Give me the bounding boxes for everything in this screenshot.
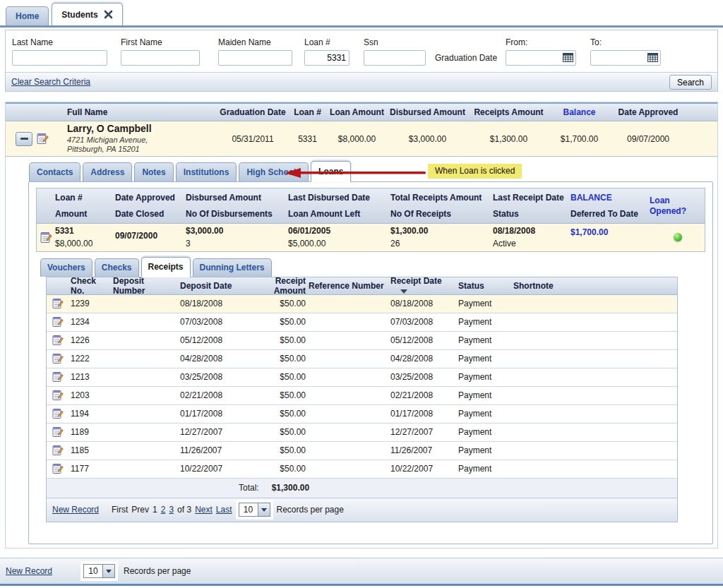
col-date-approved: Date Approved bbox=[609, 107, 687, 117]
col-balance[interactable]: Balance bbox=[549, 107, 609, 117]
col-receipt-date[interactable]: Receipt Date bbox=[389, 276, 457, 296]
loan-number-input[interactable] bbox=[304, 50, 349, 66]
edit-icon[interactable] bbox=[52, 371, 64, 383]
receipt-status: Payment bbox=[457, 390, 512, 400]
receipt-amount: $50.00 bbox=[244, 427, 307, 437]
loan-value: Active bbox=[493, 239, 570, 248]
page-last-link[interactable]: Last bbox=[216, 505, 232, 515]
edit-icon[interactable] bbox=[52, 353, 64, 364]
edit-icon[interactable] bbox=[52, 298, 64, 309]
last-name-label: Last Name bbox=[12, 37, 107, 47]
tab-notes[interactable]: Notes bbox=[134, 162, 173, 181]
tab-address[interactable]: Address bbox=[83, 162, 132, 181]
col-graduation-date: Graduation Date bbox=[217, 107, 288, 117]
ssn-input[interactable] bbox=[364, 50, 426, 66]
loan-row[interactable]: 5331 $8,000.00 09/07/2000 $3,000.00 3 06… bbox=[37, 224, 705, 251]
tab-receipts[interactable]: Receipts bbox=[141, 257, 191, 277]
close-icon[interactable] bbox=[104, 10, 113, 19]
receipts-total-row: Total: $1,300.00 bbox=[47, 479, 677, 498]
tab-institutions[interactable]: Institutions bbox=[176, 162, 237, 181]
edit-icon[interactable] bbox=[40, 232, 52, 244]
receipt-row[interactable]: 1185 11/26/2007 $50.00 11/26/2007 Paymen… bbox=[47, 442, 677, 460]
loan-col-header: Total Receipts Amount bbox=[390, 193, 493, 203]
edit-icon[interactable] bbox=[52, 316, 64, 328]
edit-icon[interactable] bbox=[52, 463, 64, 474]
tab-students[interactable]: Students bbox=[52, 3, 122, 25]
student-address-line1: 4721 Michigan Avenue, bbox=[67, 136, 217, 145]
graduation-from-label: From: bbox=[506, 37, 576, 47]
new-record-link[interactable]: New Record bbox=[52, 505, 99, 515]
search-button[interactable]: Search bbox=[669, 75, 712, 90]
col-receipt-amount[interactable]: Receipt Amount bbox=[244, 276, 307, 296]
col-status[interactable]: Status bbox=[457, 281, 512, 291]
loan-sub-tabs: Vouchers Checks Receipts Dunning Letters bbox=[40, 257, 712, 277]
student-balance: $1,700.00 bbox=[549, 134, 609, 144]
col-reference-number[interactable]: Reference Number bbox=[307, 281, 389, 291]
loans-panel: Loan # Amount Date Approved Date Closed … bbox=[28, 181, 713, 544]
edit-icon[interactable] bbox=[52, 335, 64, 346]
page-size-select[interactable]: 10 bbox=[239, 503, 270, 517]
receipt-amount: $50.00 bbox=[244, 317, 307, 327]
receipt-amount: $50.00 bbox=[244, 464, 307, 474]
receipt-date: 01/17/2008 bbox=[389, 409, 457, 419]
new-record-link[interactable]: New Record bbox=[6, 566, 52, 576]
tab-home[interactable]: Home bbox=[6, 6, 49, 25]
page-2-link[interactable]: 2 bbox=[161, 505, 166, 515]
edit-icon[interactable] bbox=[52, 445, 64, 456]
edit-icon[interactable] bbox=[52, 390, 64, 401]
page-3-link[interactable]: 3 bbox=[169, 505, 174, 515]
receipts-table-header: Check No. Deposit Number Deposit Date Re… bbox=[47, 277, 677, 295]
receipt-row[interactable]: 1234 07/03/2008 $50.00 07/03/2008 Paymen… bbox=[47, 313, 677, 332]
loan-col-header: Last Receipt Date bbox=[493, 193, 570, 203]
receipt-row[interactable]: 1177 10/22/2007 $50.00 10/22/2007 Paymen… bbox=[47, 460, 677, 479]
calendar-icon[interactable] bbox=[647, 53, 658, 62]
first-name-input[interactable] bbox=[121, 50, 200, 66]
last-name-input[interactable] bbox=[12, 50, 107, 66]
loan-col-header: Date Closed bbox=[115, 209, 186, 219]
receipt-amount: $50.00 bbox=[244, 372, 307, 382]
loan-value: $8,000.00 bbox=[55, 239, 115, 248]
tab-vouchers[interactable]: Vouchers bbox=[40, 258, 92, 277]
tab-dunning-letters[interactable]: Dunning Letters bbox=[193, 258, 272, 277]
page-size-select[interactable]: 10 bbox=[83, 564, 115, 578]
loan-value: 3 bbox=[186, 239, 288, 248]
col-shortnote[interactable]: Shortnote bbox=[512, 281, 677, 291]
loan-value: $1,300.00 bbox=[390, 226, 493, 236]
student-graduation-date: 05/31/2011 bbox=[217, 134, 288, 144]
receipt-amount: $50.00 bbox=[244, 335, 307, 345]
tab-checks[interactable]: Checks bbox=[95, 258, 139, 277]
clear-search-criteria-link[interactable]: Clear Search Criteria bbox=[11, 77, 90, 87]
loan-col-header: Loan # bbox=[55, 193, 115, 203]
receipt-amount: $50.00 bbox=[244, 390, 307, 400]
receipt-date: 07/03/2008 bbox=[389, 317, 457, 327]
collapse-row-button[interactable] bbox=[16, 132, 32, 146]
receipt-row[interactable]: 1222 04/28/2008 $50.00 04/28/2008 Paymen… bbox=[47, 350, 677, 368]
receipt-row[interactable]: 1226 05/12/2008 $50.00 05/12/2008 Paymen… bbox=[47, 332, 677, 350]
receipt-deposit-date: 03/25/2008 bbox=[179, 372, 244, 382]
sort-desc-icon[interactable] bbox=[400, 289, 407, 294]
calendar-icon[interactable] bbox=[563, 53, 573, 62]
receipt-row[interactable]: 1189 12/27/2007 $50.00 12/27/2007 Paymen… bbox=[47, 424, 677, 442]
col-deposit-date[interactable]: Deposit Date bbox=[179, 281, 244, 291]
edit-icon[interactable] bbox=[52, 426, 64, 438]
loan-col-header-loan-opened[interactable]: Loan Opened? bbox=[650, 196, 706, 216]
receipt-row[interactable]: 1213 03/25/2008 $50.00 03/25/2008 Paymen… bbox=[47, 368, 677, 387]
page-first: First bbox=[112, 505, 128, 515]
edit-icon[interactable] bbox=[37, 133, 49, 145]
receipt-check-no: 1226 bbox=[69, 335, 112, 345]
page-next-link[interactable]: Next bbox=[195, 505, 213, 515]
receipt-row[interactable]: 1239 08/18/2008 $50.00 08/18/2008 Paymen… bbox=[47, 295, 677, 313]
tab-contacts[interactable]: Contacts bbox=[29, 162, 80, 181]
maiden-name-input[interactable] bbox=[218, 50, 292, 66]
chevron-down-icon[interactable] bbox=[102, 565, 114, 577]
col-deposit-number[interactable]: Deposit Number bbox=[112, 276, 179, 296]
receipt-row[interactable]: 1194 01/17/2008 $50.00 01/17/2008 Paymen… bbox=[47, 405, 677, 424]
receipt-row[interactable]: 1203 02/21/2008 $50.00 02/21/2008 Paymen… bbox=[47, 387, 677, 405]
chevron-down-icon[interactable] bbox=[258, 503, 270, 516]
col-check-no[interactable]: Check No. bbox=[69, 276, 112, 296]
edit-icon[interactable] bbox=[52, 408, 64, 419]
receipt-deposit-date: 07/03/2008 bbox=[179, 317, 244, 327]
loan-col-header-balance[interactable]: BALANCE bbox=[570, 193, 650, 203]
student-row[interactable]: Larry, O Campbell 4721 Michigan Avenue, … bbox=[6, 121, 717, 157]
loan-balance-value[interactable]: $1,700.00 bbox=[570, 227, 650, 237]
